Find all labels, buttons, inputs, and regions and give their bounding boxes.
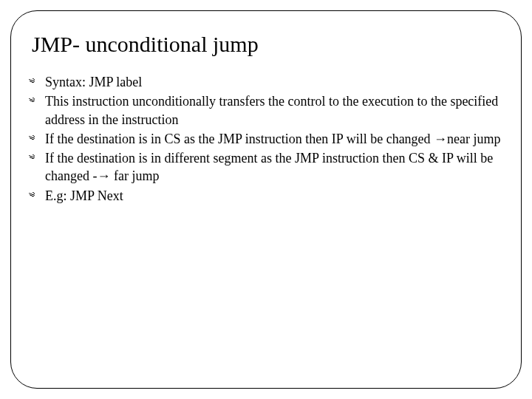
bullet-text: Syntax: JMP label: [45, 75, 142, 89]
list-item: ༄ E.g: JMP Next: [29, 187, 503, 205]
list-item: ༄ This instruction unconditionally trans…: [29, 92, 503, 129]
bullet-text: If the destination is in CS as the JMP i…: [45, 132, 501, 146]
bullet-icon: ༄: [29, 188, 35, 203]
slide-frame: JMP- unconditional jump ༄ Syntax: JMP la…: [10, 10, 522, 389]
slide-title: JMP- unconditional jump: [32, 32, 503, 57]
bullet-text: If the destination is in different segme…: [45, 151, 493, 183]
list-item: ༄ If the destination is in different seg…: [29, 149, 503, 185]
bullet-text: E.g: JMP Next: [45, 188, 123, 203]
bullet-icon: ༄: [29, 75, 35, 89]
bullet-icon: ༄: [29, 132, 35, 146]
bullet-icon: ༄: [29, 151, 35, 166]
list-item: ༄ Syntax: JMP label: [29, 73, 503, 91]
bullet-icon: ༄: [29, 94, 35, 109]
list-item: ༄ If the destination is in CS as the JMP…: [29, 130, 503, 148]
bullet-text: This instruction unconditionally transfe…: [45, 94, 498, 126]
bullet-list: ༄ Syntax: JMP label ༄ This instruction u…: [29, 73, 503, 205]
